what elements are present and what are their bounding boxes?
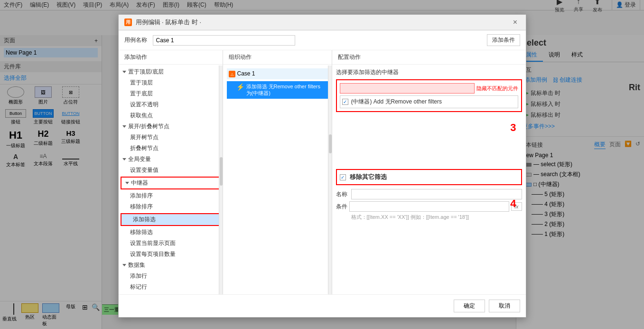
action-remove-sort[interactable]: 移除排序 [119,201,223,212]
relay-checkbox-label: (中继器) Add 无Remove other filters [351,98,442,106]
annotation-4: 4 [510,197,516,210]
action-add-row[interactable]: 添加行 [119,271,223,282]
name-label-row: 名称 [336,189,522,199]
flash-icon: ⚡ [236,83,244,91]
action-get-focus[interactable]: 获取焦点 [119,110,223,121]
condition-row: 条件 fx [336,201,522,212]
dataset-section-header[interactable]: 数据集 [119,260,223,271]
place-section-header[interactable]: 置于顶层/底层 [119,66,223,77]
remove-filters-checkbox[interactable] [340,174,346,180]
remove-filters-label: 移除其它筛选 [350,173,387,181]
confirm-button[interactable]: 确定 [454,300,485,312]
name-label: 名称 [336,190,347,198]
case-tree-item[interactable]: △ Case 1 [227,68,328,79]
modal-footer: 确定 取消 [119,294,526,317]
group-actions-content: △ Case 1 ⚡ 添加筛选 无Remove other filters 为(… [223,65,332,294]
action-collapse-tree[interactable]: 折叠树节点 [119,143,223,154]
col2-header: 组织动作 [223,50,332,65]
action-add-filter[interactable]: 添加筛选 [121,213,221,226]
action-place-bottom[interactable]: 置于底层 [119,88,223,99]
action-add-sort[interactable]: 添加排序 [119,190,223,201]
add-condition-button[interactable]: 添加条件 [487,34,520,46]
relay-section-header[interactable]: 中继器 [121,177,221,189]
modal-titlebar: 用 用例编辑 · 鼠标单击 时 · × [119,15,526,30]
modal-overlay: 用 用例编辑 · 鼠标单击 时 · × 用例名称 添加条件 添加动作 置于顶层/… [0,0,644,329]
format-hint: 格式：[[Item.XX == 'XX']] 例如：[[Item.age == … [336,214,522,221]
actions-scrollbar-thumb[interactable] [220,157,223,186]
config-selector-box: 隐藏不匹配的元件 (中继器) Add 无Remove other filters [336,79,522,112]
remove-btn: 隐藏不匹配的元件 [476,85,518,92]
action-set-opacity[interactable]: 设置不透明 [119,99,223,110]
config-selector-label: 选择要添加筛选的中继器 [336,68,522,76]
remove-filters-checkbox-section: 移除其它筛选 [336,169,522,185]
modal-columns: 添加动作 置于顶层/底层 置于顶层 置于底层 设置不透明 获取焦点 展开/折叠树… [119,50,526,294]
group-scrollbar[interactable] [328,66,332,294]
relay-action-item[interactable]: ⚡ 添加筛选 无Remove other filters 为(中继器) [227,81,328,99]
col-add-actions: 添加动作 置于顶层/底层 置于顶层 置于底层 设置不透明 获取焦点 展开/折叠树… [119,50,223,294]
action-remove-filter[interactable]: 移除筛选 [119,227,223,238]
case-name-input[interactable] [153,35,295,46]
condition-input[interactable] [349,201,509,212]
config-checkbox[interactable] [342,99,348,105]
modal-title-text: 用例编辑 · 鼠标单击 时 · [136,18,202,27]
col1-header: 添加动作 [119,50,223,65]
col-group-actions: 组织动作 △ Case 1 ⚡ 添加筛选 无Remove other filte… [223,50,332,294]
expand-section-header[interactable]: 展开/折叠树节点 [119,121,223,132]
col-config-actions: 配置动作 3 选择要添加筛选的中继器 隐藏不匹配的元件 [332,50,526,294]
group-scrollbar-thumb[interactable] [329,134,332,153]
modal-title-left: 用 用例编辑 · 鼠标单击 时 · [124,18,202,27]
action-set-var[interactable]: 设置变量值 [119,165,223,176]
actions-scrollbar[interactable] [219,66,223,294]
selector-input-row: 隐藏不匹配的元件 [340,83,518,94]
action-set-items-per-page[interactable]: 设置每页项目数量 [119,249,223,260]
selector-input[interactable] [340,83,475,94]
action-expand-tree[interactable]: 展开树节点 [119,132,223,143]
condition-label: 条件 [336,203,347,211]
case-icon: △ [229,71,235,77]
col3-header: 配置动作 [332,50,526,65]
case-name-label: 用例名称 [124,36,147,44]
action-set-current-page[interactable]: 设置当前显示页面 [119,238,223,249]
modal-title-icon: 用 [124,19,132,26]
annotation-3: 3 [510,122,516,134]
modal-close-button[interactable]: × [511,18,520,27]
action-place-top[interactable]: 置于顶层 [119,77,223,88]
config-checkbox-row: (中继器) Add 无Remove other filters [340,95,518,108]
config-content: 3 选择要添加筛选的中继器 隐藏不匹配的元件 (中继器) Add 无Re [332,65,526,294]
actions-list: 置于顶层/底层 置于顶层 置于底层 设置不透明 获取焦点 展开/折叠树节点 展开… [119,65,223,294]
name-input[interactable] [351,189,522,199]
action-mark-row[interactable]: 标记行 [119,282,223,292]
case-name-row: 用例名称 添加条件 [119,30,526,50]
global-vars-header[interactable]: 全局变量 [119,154,223,165]
remove-filters-section: 移除其它筛选 [336,169,522,185]
modal-dialog: 用 用例编辑 · 鼠标单击 时 · × 用例名称 添加条件 添加动作 置于顶层/… [118,14,526,318]
cancel-button[interactable]: 取消 [489,300,520,312]
